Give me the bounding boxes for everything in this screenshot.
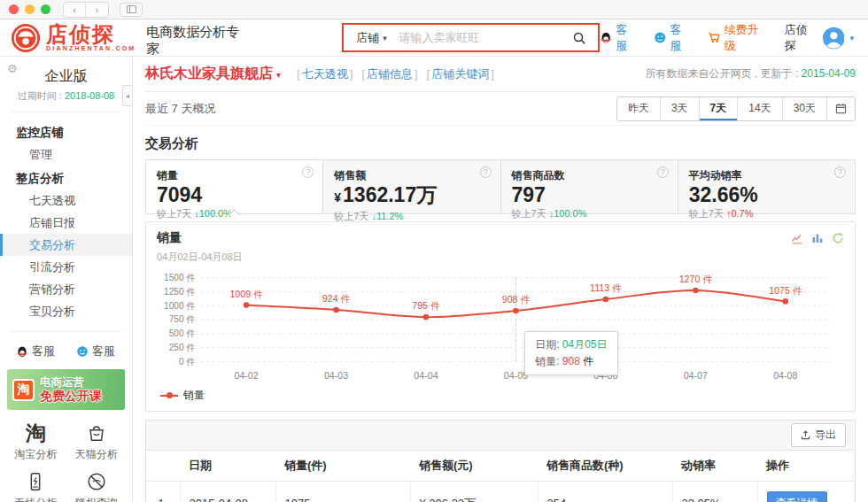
back-button[interactable]: ‹ [64, 3, 86, 17]
shop-link-keywords[interactable]: [店铺关键词] [427, 66, 494, 82]
sidebar-item-manage[interactable]: 管理 [0, 143, 132, 166]
chevron-down-icon: ▾ [849, 34, 854, 42]
range-14day-button[interactable]: 14天 [738, 97, 782, 120]
tool-taobao-analysis[interactable]: 淘 淘宝分析 [5, 419, 66, 464]
shop-link-info[interactable]: [店铺信息] [361, 66, 417, 82]
help-icon[interactable]: ? [302, 166, 314, 178]
range-yesterday-button[interactable]: 昨天 [617, 97, 661, 120]
th-revenue: 销售额(元) [410, 451, 538, 482]
stat-card-product-count[interactable]: 销售商品数 ? 797 较上7天 ↓100.0% [501, 160, 678, 213]
range-7day-button[interactable]: 7天 [700, 97, 739, 120]
minimize-button[interactable] [25, 4, 35, 14]
calendar-icon [835, 103, 847, 114]
sales-chart-card: 销量 [145, 221, 856, 412]
sidebar-item-marketing-analysis[interactable]: 营销分析 [0, 278, 132, 300]
forward-button[interactable]: › [86, 3, 108, 17]
legend-item-sales[interactable]: 销量 [157, 385, 208, 407]
renew-upgrade-label: 续费升级 [725, 22, 769, 54]
sidebar-item-daily-report[interactable]: 店铺日报 [0, 212, 132, 234]
shop-link-seven-day[interactable]: [七天透视] [297, 66, 353, 82]
view-detail-button[interactable]: 查看详情 [767, 491, 827, 502]
export-label: 导出 [815, 428, 836, 443]
stat-label: 平均动销率 [689, 169, 742, 181]
account-menu[interactable]: 店侦探 ▾ [785, 22, 854, 54]
tool-label: 无线分析 [14, 496, 57, 502]
banner-line1: 电商运营 [40, 376, 102, 390]
nav-group-monitor: 监控店铺 [0, 121, 132, 143]
tool-tmall-analysis[interactable]: 天猫分析 [66, 419, 128, 464]
shop-name-dropdown[interactable]: 林氏木业家具旗舰店▾ [145, 65, 281, 83]
app-tagline: 电商数据分析专家 [146, 24, 249, 58]
sidebar-toggle-button[interactable] [120, 3, 143, 17]
app-logo[interactable]: 店侦探 DIANZHENTAN.COM [11, 23, 136, 53]
stat-label: 销售商品数 [512, 169, 565, 181]
qq-icon [16, 345, 28, 358]
sidebar-wangwang-support[interactable]: 客服 [76, 344, 115, 359]
wangwang-support-label: 客服 [670, 22, 693, 54]
expire-info: 过期时间 : 2018-08-08 [0, 89, 132, 103]
refresh-icon[interactable] [832, 232, 844, 244]
stat-value: ¥1362.17万 [334, 184, 489, 208]
sidebar-qq-label: 客服 [32, 344, 55, 359]
range-3day-button[interactable]: 3天 [661, 97, 700, 120]
renew-upgrade-link[interactable]: 续费升级 [708, 22, 768, 54]
table-row: 1. 2015-04-08 1075 ¥ 206.33万 354 33.05% … [146, 482, 855, 502]
search-category-select[interactable]: 店铺 ▾ [344, 25, 399, 50]
th-sales: 销量(件) [275, 451, 410, 482]
help-icon[interactable]: ? [480, 166, 492, 178]
update-date: 2015-04-09 [802, 67, 856, 80]
tool-label: 淘宝分析 [14, 447, 57, 462]
stat-card-sales-volume[interactable]: 销量 ? 7094 较上7天 ↓100.0% [146, 160, 323, 213]
svg-text:1075 件: 1075 件 [769, 285, 802, 296]
stat-card-revenue[interactable]: 销售额 ? ¥1362.17万 较上7天 ↓11.2% [323, 160, 500, 213]
wangwang-support-link[interactable]: 客服 [654, 22, 692, 54]
sidebar-item-traffic-analysis[interactable]: 引流分析 [0, 256, 132, 278]
date-range-selector: 昨天 3天 7天 14天 30天 [616, 97, 856, 121]
svg-text:04-08: 04-08 [773, 370, 797, 381]
legend-marker-icon [160, 395, 178, 397]
close-button[interactable] [9, 4, 19, 14]
help-icon[interactable]: ? [834, 166, 846, 178]
account-name: 店侦探 [785, 22, 818, 54]
th-action: 操作 [757, 451, 855, 482]
search-input[interactable] [399, 25, 561, 50]
range-30day-button[interactable]: 30天 [783, 97, 827, 120]
daily-data-table-card: 导出 日期 销量(件) 销售额(元) 销售商品数(种) 动销率 [145, 420, 856, 502]
banner-line2: 免费公开课 [40, 390, 102, 403]
zoom-button[interactable] [41, 4, 50, 14]
sidebar-item-item-analysis[interactable]: 宝贝分析 [0, 300, 132, 322]
tool-demotion-check[interactable]: 降权查询 [66, 467, 128, 502]
line-chart-toggle-icon[interactable] [791, 232, 803, 244]
cell-rate: 33.05% [672, 482, 757, 502]
cell-action: 查看详情 [757, 482, 855, 502]
edition-title: 企业版 [0, 67, 132, 86]
th-date: 日期 [180, 451, 275, 482]
stat-value: 7094 [157, 184, 312, 205]
taobao-course-ad-banner[interactable]: 淘 电商运营 免费公开课 [7, 369, 125, 410]
svg-text:1500 件: 1500 件 [164, 273, 196, 282]
cell-sales: 1075 [275, 482, 410, 502]
sidebar-qq-support[interactable]: 客服 [16, 344, 55, 359]
avatar [823, 27, 845, 50]
chart-tooltip: 日期: 04月05日 销量: 908 件 [524, 331, 617, 375]
export-button[interactable]: 导出 [791, 423, 846, 447]
chart-date-range: 04月02日-04月08日 [157, 251, 844, 264]
tool-label: 降权查询 [75, 496, 118, 502]
sidebar-item-trade-analysis[interactable]: 交易分析 [0, 234, 132, 256]
help-icon[interactable]: ? [657, 166, 669, 178]
gear-icon[interactable]: ⚙ [7, 62, 18, 75]
svg-text:908 件: 908 件 [502, 294, 531, 305]
cart-icon [708, 31, 720, 44]
section-title-trade-analysis: 交易分析 [145, 135, 856, 152]
window-titlebar: ‹ › [0, 0, 868, 19]
tool-wireless-analysis[interactable]: 无线分析 [5, 467, 66, 502]
bar-chart-toggle-icon[interactable] [811, 232, 824, 244]
th-index [146, 451, 180, 482]
search-button[interactable] [561, 25, 598, 50]
tooltip-value: 908 [562, 355, 580, 367]
sidebar-item-seven-day[interactable]: 七天透视 [0, 189, 132, 212]
calendar-button[interactable] [827, 97, 855, 120]
sidebar-collapse-button[interactable]: ◂ [122, 85, 132, 106]
qq-support-link[interactable]: 客服 [600, 22, 638, 54]
stat-card-turnover-rate[interactable]: 平均动销率 ? 32.66% 较上7天 ↑0.7% [678, 160, 855, 213]
